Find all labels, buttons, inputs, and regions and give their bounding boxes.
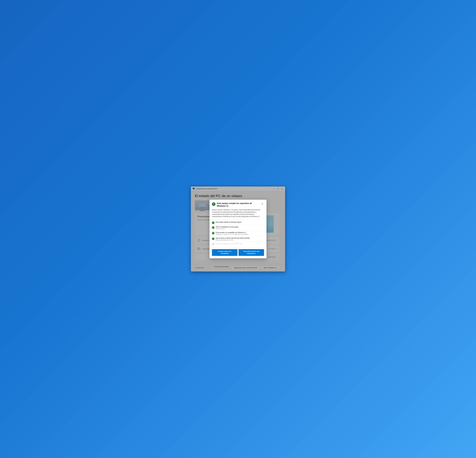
hide-results-button[interactable]: Ocultar todos los resultados: [212, 249, 238, 256]
list-item-text: El disco del sistema es de 64 GB o más.: [216, 243, 264, 245]
list-item-main: Este equipo admite el arranque seguro.: [216, 221, 264, 223]
list-item-check-icon: [212, 237, 214, 240]
list-item-text: El procesador es compatible con Windows …: [216, 232, 264, 235]
main-window: 💙 Comprobación de estado del PC — ☐ ✕ El…: [191, 187, 285, 271]
modal-dialog: Este equipo cumple los requisitos de Win…: [210, 200, 266, 258]
list-item-check-icon: [212, 222, 214, 224]
list-item-sub: TPM: TPM 2.0: [216, 228, 264, 230]
device-specs-button[interactable]: Especificaciones del dispositivo: [238, 249, 264, 256]
list-item: El procesador es compatible con Windows …: [212, 231, 264, 236]
modal-body: Buenas noticias: Windows 11 es gratis y …: [210, 209, 266, 219]
list-item-check-icon: [212, 226, 214, 229]
list-item-text: Este equipo admite el arranque seguro.: [216, 221, 264, 223]
list-item-text: TPM 2.0 habilitado en este equipo.TPM: T…: [216, 226, 264, 230]
list-item-check-icon: [212, 232, 214, 234]
modal-title: Este equipo cumple los requisitos de Win…: [217, 202, 259, 207]
modal-header: Este equipo cumple los requisitos de Win…: [210, 200, 266, 209]
list-item: Hay al menos 4 GB de memoria del sistema…: [212, 236, 264, 242]
list-item-main: El procesador es compatible con Windows …: [216, 232, 264, 233]
modal-list[interactable]: Este equipo admite el arranque seguro.TP…: [210, 219, 266, 248]
modal-footer: Ocultar todos los resultados Especificac…: [210, 248, 266, 258]
list-item-sub: Procesador: Intel® Core™ i7-9700K CPU @ …: [216, 234, 264, 235]
list-item: El disco del sistema es de 64 GB o más.: [212, 242, 264, 247]
list-item-sub: Memoria del sistema: 16 GB: [216, 239, 264, 241]
list-item: Este equipo admite el arranque seguro.: [212, 220, 264, 225]
modal-check-icon: [212, 202, 215, 206]
list-item-main: El disco del sistema es de 64 GB o más.: [216, 243, 264, 245]
modal-close-button[interactable]: ✕: [261, 202, 264, 206]
list-item-main: Hay al menos 4 GB de memoria del sistema…: [216, 237, 264, 239]
list-item-check-icon: [212, 243, 214, 246]
list-item-text: Hay al menos 4 GB de memoria del sistema…: [216, 237, 264, 241]
list-item-main: TPM 2.0 habilitado en este equipo.: [216, 226, 264, 228]
modal-overlay: Este equipo cumple los requisitos de Win…: [191, 187, 285, 271]
list-item: TPM 2.0 habilitado en este equipo.TPM: T…: [212, 225, 264, 231]
